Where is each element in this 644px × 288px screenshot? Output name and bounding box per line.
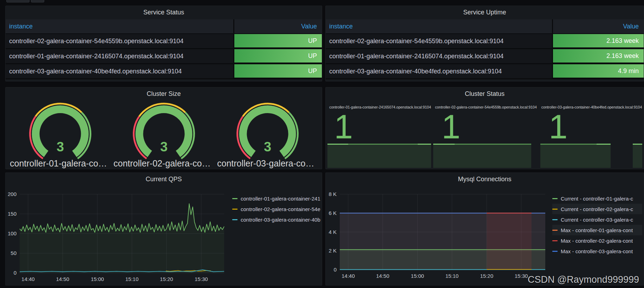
column-divider — [552, 19, 553, 33]
y-axis-tick: 150 — [8, 211, 17, 217]
sparkline-bar — [633, 144, 642, 168]
legend-item[interactable]: controller-03-galera-container-40b — [232, 214, 320, 225]
column-divider — [233, 19, 234, 33]
x-axis-tick: 14:40 — [341, 273, 355, 279]
legend-label: Max - controller-03-galera-cont — [561, 248, 633, 254]
instance-cell: controller-01-galera-container-24165074.… — [326, 49, 552, 63]
panel-current-qps: Current QPS 05010015020014:4014:5015:001… — [5, 172, 322, 286]
gauge-arc: 3 — [216, 99, 319, 161]
sparkline-bright-segment — [418, 144, 431, 145]
y-axis-tick: 100 — [8, 230, 17, 236]
table-header-row: instance Value — [6, 19, 322, 33]
legend-color-dash — [232, 219, 238, 220]
legend-item[interactable]: Current - controller-02-galera-c — [552, 204, 642, 214]
panel-title[interactable]: Service Status — [6, 9, 322, 16]
sparkline-bright-segment — [633, 144, 642, 145]
legend-color-dash — [232, 198, 238, 199]
panel-cluster-status: Cluster Status controller-01-galera-cont… — [325, 87, 644, 169]
legend-item[interactable]: Current - controller-01-galera-c — [552, 193, 642, 204]
legend-color-dash — [232, 209, 238, 210]
gauge-value: 3 — [160, 139, 168, 154]
value-cell: UP — [234, 64, 322, 78]
legend-label: controller-01-galera-container-241 — [241, 196, 320, 202]
instance-cell: controller-03-galera-container-40be4fed.… — [6, 64, 233, 78]
x-axis-tick: 15:30 — [195, 276, 208, 282]
column-header-value[interactable]: Value — [301, 19, 317, 33]
table-row: controller-02-galera-container-54e4559b.… — [6, 34, 322, 48]
x-axis-tick: 15:00 — [91, 276, 104, 282]
gauge-arc: 3 — [8, 99, 112, 161]
x-axis-tick: 15:20 — [160, 276, 173, 282]
value-cell: 4.9 min — [553, 64, 644, 78]
y-axis-tick: 2 K — [328, 248, 337, 254]
top-left-button[interactable] — [6, 0, 30, 2]
gauge-label: controller-03-galera-con… — [216, 158, 319, 169]
gauge-arc: 3 — [112, 99, 216, 161]
legend-item[interactable]: Current - controller-03-galera-c — [552, 214, 642, 225]
y-axis-tick: 50 — [11, 250, 17, 256]
panel-title[interactable]: Cluster Status — [326, 90, 644, 98]
value-cell: 2.163 week — [553, 34, 644, 47]
time-series-chart-qps: 05010015020014:4014:5015:0015:1015:2015:… — [6, 173, 323, 286]
sparkline-bright-segment — [433, 144, 455, 145]
panel-service-status: Service Status instance Value controller… — [5, 6, 322, 81]
chart-legend: Current - controller-01-galera-cCurrent … — [552, 193, 642, 256]
legend-item[interactable]: controller-01-galera-container-241 — [232, 193, 320, 204]
panel-title[interactable]: Service Uptime — [326, 9, 644, 16]
x-axis-tick: 15:20 — [480, 273, 494, 279]
column-header-instance[interactable]: instance — [9, 19, 33, 33]
instance-cell: controller-03-galera-container-40be4fed.… — [326, 64, 552, 78]
y-axis-tick: 8 K — [328, 191, 337, 197]
value-cell: UP — [234, 49, 322, 63]
column-header-value[interactable]: Value — [623, 19, 639, 33]
legend-label: Current - controller-02-galera-c — [561, 206, 633, 212]
table-header-row: instance Value — [326, 19, 644, 33]
sparkline-bar — [433, 144, 531, 168]
column-header-instance[interactable]: instance — [329, 19, 353, 33]
instance-cell: controller-02-galera-container-54e4559b.… — [326, 34, 552, 48]
sparkline-bright-segment — [597, 144, 611, 145]
service-status-table: controller-02-galera-container-54e4559b.… — [6, 33, 322, 79]
x-axis-tick: 15:10 — [445, 273, 459, 279]
y-axis-tick: 0 — [14, 270, 17, 276]
table-row: controller-01-galera-container-24165074.… — [6, 49, 322, 63]
table-row: controller-01-galera-container-24165074.… — [326, 49, 644, 63]
x-axis-tick: 15:30 — [515, 273, 528, 279]
legend-label: Max - controller-02-galera-cont — [561, 238, 633, 244]
panel-service-uptime: Service Uptime instance Value controller… — [325, 6, 644, 81]
legend-label: controller-03-galera-container-40b — [241, 217, 320, 223]
gauge-value: 3 — [264, 139, 271, 154]
x-axis-tick: 14:50 — [56, 276, 69, 282]
y-axis-tick: 0 — [334, 267, 337, 273]
legend-color-dash — [552, 209, 558, 210]
legend-label: controller-02-galera-container-54e — [241, 206, 320, 212]
legend-color-dash — [552, 240, 558, 241]
legend-color-dash — [552, 251, 558, 252]
service-uptime-table: controller-02-galera-container-54e4559b.… — [326, 33, 644, 79]
legend-color-dash — [552, 219, 558, 220]
cluster-size-gauge: 3controller-03-galera-con… — [216, 99, 319, 169]
top-left-button-2[interactable] — [31, 0, 44, 2]
legend-item[interactable]: Max - controller-02-galera-cont — [552, 235, 642, 246]
legend-label: Max - controller-01-galera-cont — [561, 227, 633, 233]
legend-item[interactable]: controller-02-galera-container-54e — [232, 204, 320, 214]
y-axis-tick: 200 — [8, 191, 17, 197]
panel-cluster-size: Cluster Size 3controller-01-galera-con…3… — [5, 87, 322, 169]
legend-item[interactable]: Max - controller-01-galera-cont — [552, 225, 642, 235]
table-row: controller-02-galera-container-54e4559b.… — [326, 34, 644, 48]
panel-title[interactable]: Cluster Size — [6, 90, 322, 98]
instance-cell: controller-02-galera-container-54e4559b.… — [6, 34, 233, 48]
x-axis-tick: 14:50 — [376, 273, 389, 279]
table-row: controller-03-galera-container-40be4fed.… — [326, 64, 644, 78]
sparkline-bar — [540, 144, 611, 168]
instance-cell: controller-01-galera-container-24165074.… — [6, 49, 233, 63]
x-axis-tick: 14:40 — [21, 276, 35, 282]
legend-label: Current - controller-01-galera-c — [561, 196, 633, 202]
gauge-label: controller-01-galera-con… — [8, 158, 112, 169]
chart-legend: controller-01-galera-container-241contro… — [232, 193, 320, 225]
y-axis-tick: 6 K — [328, 210, 337, 216]
legend-item[interactable]: Max - controller-03-galera-cont — [552, 246, 642, 256]
cluster-size-gauge: 3controller-01-galera-con… — [8, 99, 112, 169]
cluster-size-gauge: 3controller-02-galera-con… — [112, 99, 216, 169]
sparkline-bright-segment — [327, 144, 348, 145]
